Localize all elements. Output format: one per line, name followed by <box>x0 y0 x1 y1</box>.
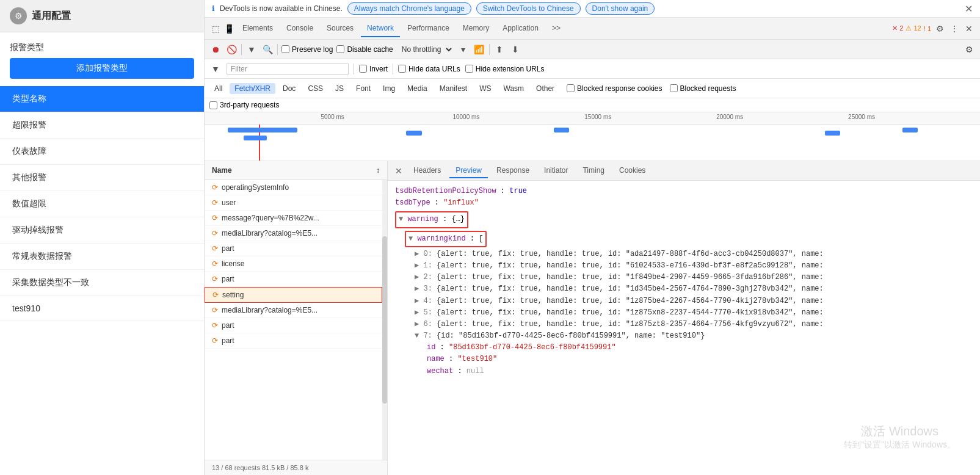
file-item-5[interactable]: ⟳ license <box>205 256 382 272</box>
item1-expand[interactable]: ▶ <box>415 261 423 270</box>
sidebar-item-instrument-fault[interactable]: 仪表故障 <box>0 139 204 165</box>
sidebar-item-type-name[interactable]: 类型名称 <box>0 86 204 112</box>
filter-funnel-icon[interactable]: ▼ <box>209 63 222 75</box>
import-icon[interactable]: ⬆ <box>493 43 506 56</box>
rt-btn-other[interactable]: Other <box>531 83 559 94</box>
file-item-7-selected[interactable]: ⟳ setting <box>205 287 382 303</box>
item3-expand[interactable]: ▶ <box>415 285 423 293</box>
blocked-cookies-checkbox[interactable] <box>567 84 575 92</box>
file-item-4[interactable]: ⟳ part <box>205 241 382 256</box>
tab-network[interactable]: Network <box>361 20 400 37</box>
item5-text: {alert: true, fix: true, handle: true, i… <box>437 308 824 317</box>
item0-expand[interactable]: ▶ <box>415 250 423 258</box>
filter-input-wrapper[interactable]: Filter <box>227 63 349 75</box>
preview-tab-timing[interactable]: Timing <box>576 164 611 178</box>
warningkind-expand-icon[interactable]: ▼ <box>408 234 417 243</box>
file-name-6: part <box>222 275 234 283</box>
tab-elements[interactable]: Elements <box>236 20 279 37</box>
sidebar-item-normal-table-alert[interactable]: 常规表数据报警 <box>0 244 204 270</box>
sidebar-item-overlimit-alert[interactable]: 超限报警 <box>0 112 204 139</box>
file-icon-4: ⟳ <box>212 244 218 253</box>
third-party-checkbox[interactable] <box>209 101 217 109</box>
preview-tab-preview[interactable]: Preview <box>449 164 488 178</box>
rt-btn-doc[interactable]: Doc <box>278 83 300 94</box>
tab-performance[interactable]: Performance <box>401 20 456 37</box>
add-alert-type-button[interactable]: 添加报警类型 <box>10 58 194 79</box>
blocked-requests-checkbox[interactable] <box>670 84 678 92</box>
file-list-header: Name ↕ <box>205 161 387 180</box>
item6-expand[interactable]: ▶ <box>415 320 423 328</box>
device-icon[interactable]: 📱 <box>223 23 235 35</box>
switch-devtools-language-button[interactable]: Switch DevTools to Chinese <box>476 2 581 15</box>
rt-btn-manifest[interactable]: Manifest <box>435 83 472 94</box>
tab-memory[interactable]: Memory <box>457 20 495 37</box>
preview-tab-initiator[interactable]: Initiator <box>538 164 574 178</box>
preview-close-button[interactable]: ✕ <box>393 165 405 177</box>
item4-expand[interactable]: ▶ <box>415 297 423 305</box>
timeline-mark-20000: 20000 ms <box>716 114 743 120</box>
network-settings-icon[interactable]: ⚙ <box>963 43 975 56</box>
item5-expand[interactable]: ▶ <box>415 308 423 317</box>
tab-console[interactable]: Console <box>280 20 319 37</box>
rt-btn-img[interactable]: Img <box>378 83 400 94</box>
rt-btn-all[interactable]: All <box>209 83 227 94</box>
export-icon[interactable]: ⬇ <box>509 43 521 56</box>
file-name-2: message?query=%7B%22w... <box>222 214 319 222</box>
item4-index: 4: <box>423 297 437 305</box>
throttle-select[interactable]: No throttling <box>397 43 454 56</box>
preview-tab-response[interactable]: Response <box>490 164 535 178</box>
file-icon-1: ⟳ <box>212 198 218 207</box>
tab-sources[interactable]: Sources <box>321 20 360 37</box>
sidebar-item-other-alert[interactable]: 其他报警 <box>0 165 204 191</box>
warning-expand-icon[interactable]: ▼ <box>399 215 407 223</box>
rt-btn-wasm[interactable]: Wasm <box>499 83 529 94</box>
throttle-dropdown-icon[interactable]: ▾ <box>457 43 470 56</box>
preview-tab-cookies[interactable]: Cookies <box>613 164 652 178</box>
tab-more[interactable]: >> <box>546 20 567 37</box>
file-item-2[interactable]: ⟳ message?query=%7B%22w... <box>205 211 382 226</box>
rt-btn-ws[interactable]: WS <box>474 83 496 94</box>
rt-btn-media[interactable]: Media <box>402 83 432 94</box>
preview-tab-headers[interactable]: Headers <box>407 164 447 178</box>
sidebar-item-collect-type-mismatch[interactable]: 采集数据类型不一致 <box>0 270 204 296</box>
sidebar-item-driver-offline[interactable]: 驱动掉线报警 <box>0 217 204 244</box>
more-options-icon[interactable]: ⋮ <box>948 23 960 35</box>
file-item-8[interactable]: ⟳ mediaLibrary?catalog=%E5... <box>205 303 382 318</box>
clear-button[interactable]: 🚫 <box>225 43 238 56</box>
file-item-9[interactable]: ⟳ part <box>205 318 382 333</box>
disable-cache-checkbox[interactable] <box>336 45 344 53</box>
file-item-0[interactable]: ⟳ operatingSystemInfo <box>205 180 382 195</box>
preserve-log-checkbox[interactable] <box>281 45 289 53</box>
inspect-icon[interactable]: ⬚ <box>209 23 222 35</box>
search-icon[interactable]: 🔍 <box>261 43 274 56</box>
info-icon: ℹ <box>212 4 215 13</box>
sidebar-item-value-overlimit[interactable]: 数值超限 <box>0 191 204 217</box>
item2-expand[interactable]: ▶ <box>415 273 423 281</box>
match-language-button[interactable]: Always match Chrome's language <box>347 2 471 15</box>
hide-data-urls-checkbox[interactable] <box>398 65 406 73</box>
close-devtools-button[interactable]: ✕ <box>963 23 975 35</box>
scrollbar-handle[interactable] <box>382 236 387 404</box>
file-item-3[interactable]: ⟳ mediaLibrary?catalog=%E5... <box>205 226 382 241</box>
file-item-1[interactable]: ⟳ user <box>205 195 382 211</box>
rt-btn-fetch-xhr[interactable]: Fetch/XHR <box>230 83 275 94</box>
item3-index: 3: <box>423 285 437 293</box>
file-item-10[interactable]: ⟳ part <box>205 333 382 349</box>
rt-btn-js[interactable]: JS <box>330 83 349 94</box>
item7-expand[interactable]: ▼ <box>415 332 423 340</box>
wifi-icon[interactable]: 📶 <box>473 43 485 56</box>
sidebar-item-test910[interactable]: test910 <box>0 296 204 321</box>
filter-icon[interactable]: ▼ <box>245 43 258 56</box>
hide-ext-urls-checkbox[interactable] <box>465 65 473 73</box>
rt-btn-font[interactable]: Font <box>351 83 376 94</box>
record-button[interactable]: ⏺ <box>209 43 222 56</box>
dont-show-again-button[interactable]: Don't show again <box>586 2 655 15</box>
file-icon-5: ⟳ <box>212 259 218 268</box>
settings-gear-icon[interactable]: ⚙ <box>934 23 946 35</box>
invert-checkbox[interactable] <box>359 65 367 73</box>
file-item-6[interactable]: ⟳ part <box>205 272 382 287</box>
rt-btn-css[interactable]: CSS <box>303 83 328 94</box>
notification-close-button[interactable]: ✕ <box>965 3 973 15</box>
file-scroll-track[interactable] <box>382 180 387 460</box>
tab-application[interactable]: Application <box>496 20 545 37</box>
